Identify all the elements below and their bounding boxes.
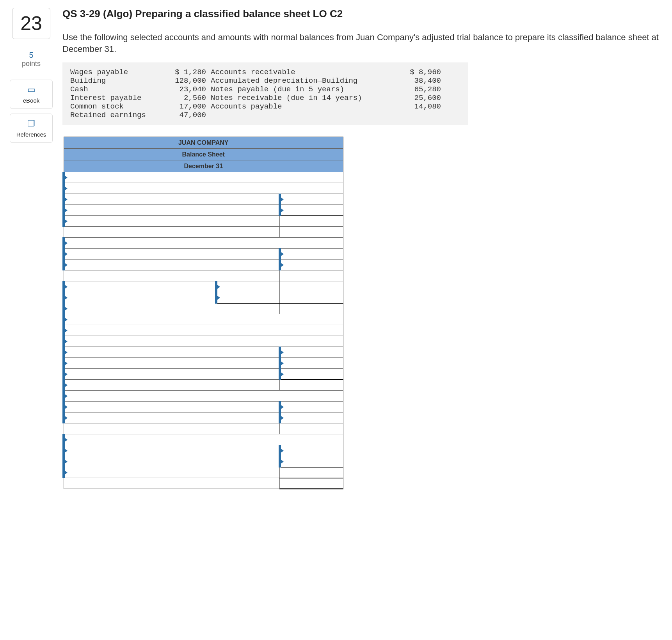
bs-static-cell	[216, 227, 280, 238]
bs-dropdown-full[interactable]	[64, 434, 343, 445]
bs-dropdown-account[interactable]	[64, 456, 216, 467]
tb-account: Retained earnings	[70, 111, 168, 119]
bs-date: December 31	[64, 160, 343, 172]
bs-dropdown-account[interactable]	[64, 445, 216, 456]
bs-dropdown-full[interactable]	[64, 183, 343, 194]
bs-dropdown-amount[interactable]	[280, 347, 343, 358]
question-number: 23	[20, 12, 42, 34]
bs-static-cell	[280, 292, 343, 303]
bs-dropdown-account[interactable]	[64, 369, 216, 380]
bs-dropdown-amount[interactable]	[280, 249, 343, 260]
bs-dropdown-account[interactable]	[64, 402, 216, 412]
bs-dropdown-full[interactable]	[64, 325, 343, 336]
bs-dropdown-amount[interactable]	[280, 194, 343, 205]
bs-input-amount[interactable]	[216, 380, 280, 391]
bs-dropdown-account[interactable]	[64, 303, 216, 314]
bs-static-cell	[64, 478, 216, 489]
points-value: 5	[29, 51, 33, 60]
bs-input-amount[interactable]	[216, 194, 280, 205]
bs-total-cell	[280, 467, 343, 478]
references-button[interactable]: ❐ References	[10, 114, 53, 143]
tb-account: Wages payable	[70, 68, 168, 76]
bs-input-amount[interactable]	[216, 412, 280, 423]
tb-account: Notes payable (due in 5 years)	[211, 85, 398, 94]
tb-account: Cash	[70, 85, 168, 94]
tb-row: Interest payable 2,560 Notes receivable …	[70, 94, 460, 102]
bs-dropdown-amount[interactable]	[216, 292, 280, 303]
question-instructions: Use the following selected accounts and …	[62, 32, 664, 55]
tb-amount: 65,280	[398, 85, 441, 94]
tb-row: Common stock 17,000 Accounts payable 14,…	[70, 102, 460, 111]
bs-total-cell	[280, 380, 343, 391]
bs-dropdown-account[interactable]	[64, 260, 216, 270]
bs-dropdown-account[interactable]	[64, 216, 216, 227]
bs-dropdown-full[interactable]	[64, 391, 343, 402]
bs-dropdown-amount[interactable]	[280, 456, 343, 467]
bs-input-amount[interactable]	[216, 216, 280, 227]
tb-account: Interest payable	[70, 94, 168, 102]
bs-dropdown-account[interactable]	[64, 249, 216, 260]
tb-row: Wages payable $ 1,280 Accounts receivabl…	[70, 68, 460, 76]
bs-dropdown-full[interactable]	[64, 314, 343, 325]
bs-static-cell	[64, 423, 216, 434]
bs-dropdown-account[interactable]	[64, 380, 216, 391]
bs-dropdown-amount[interactable]	[280, 260, 343, 270]
tb-amount: 38,400	[398, 76, 441, 85]
bs-dropdown-account[interactable]	[64, 292, 216, 303]
bs-input-amount[interactable]	[216, 402, 280, 412]
bs-static-cell	[64, 227, 216, 238]
bs-grand-total-cell	[280, 478, 343, 489]
bs-static-cell	[64, 270, 216, 281]
tb-account	[211, 111, 398, 119]
copy-icon: ❐	[27, 119, 35, 129]
bs-dropdown-full[interactable]	[64, 336, 343, 347]
question-title: QS 3-29 (Algo) Preparing a classified ba…	[62, 8, 664, 20]
tb-amount: 14,080	[398, 102, 441, 111]
bs-dropdown-amount[interactable]	[216, 281, 280, 292]
bs-input-amount[interactable]	[216, 249, 280, 260]
bs-dropdown-account[interactable]	[64, 358, 216, 369]
bs-dropdown-account[interactable]	[64, 412, 216, 423]
bs-static-cell	[216, 270, 280, 281]
bs-dropdown-account[interactable]	[64, 205, 216, 216]
bs-title: Balance Sheet	[64, 149, 343, 160]
bs-dropdown-account[interactable]	[64, 281, 216, 292]
bs-input-amount[interactable]	[216, 456, 280, 467]
bs-input-amount[interactable]	[216, 358, 280, 369]
tb-row: Cash 23,040 Notes payable (due in 5 year…	[70, 85, 460, 94]
bs-input-amount[interactable]	[216, 467, 280, 478]
bs-dropdown-amount[interactable]	[280, 369, 343, 380]
bs-input-amount[interactable]	[216, 205, 280, 216]
bs-dropdown-amount[interactable]	[280, 402, 343, 412]
bs-input-amount[interactable]	[216, 347, 280, 358]
tb-amount: 23,040	[168, 85, 211, 94]
bs-dropdown-full[interactable]	[64, 172, 343, 183]
bs-static-cell	[280, 423, 343, 434]
bs-dropdown-amount[interactable]	[280, 412, 343, 423]
bs-dropdown-amount[interactable]	[280, 205, 343, 216]
question-number-box: 23	[12, 8, 50, 39]
bs-dropdown-account[interactable]	[64, 194, 216, 205]
points-label: points	[22, 60, 41, 68]
bs-dropdown-amount[interactable]	[280, 445, 343, 456]
bs-total-cell	[280, 216, 343, 227]
bs-dropdown-account[interactable]	[64, 347, 216, 358]
bs-dropdown-full[interactable]	[64, 238, 343, 249]
tb-account: Notes receivable (due in 14 years)	[211, 94, 398, 102]
tb-account: Common stock	[70, 102, 168, 111]
tb-amount	[398, 111, 441, 119]
bs-input-amount[interactable]	[216, 445, 280, 456]
bs-input-amount[interactable]	[216, 260, 280, 270]
bs-dropdown-account[interactable]	[64, 467, 216, 478]
references-label: References	[16, 131, 46, 138]
trial-balance-box: Wages payable $ 1,280 Accounts receivabl…	[62, 62, 468, 125]
tb-account: Accumulated depreciation—Building	[211, 76, 398, 85]
book-icon: ▭	[27, 85, 36, 95]
bs-static-cell	[280, 270, 343, 281]
tb-amount: 47,000	[168, 111, 211, 119]
tb-amount: $ 1,280	[168, 68, 211, 76]
ebook-button[interactable]: ▭ eBook	[10, 80, 53, 109]
tb-amount: 25,600	[398, 94, 441, 102]
bs-input-amount[interactable]	[216, 369, 280, 380]
bs-dropdown-amount[interactable]	[280, 358, 343, 369]
